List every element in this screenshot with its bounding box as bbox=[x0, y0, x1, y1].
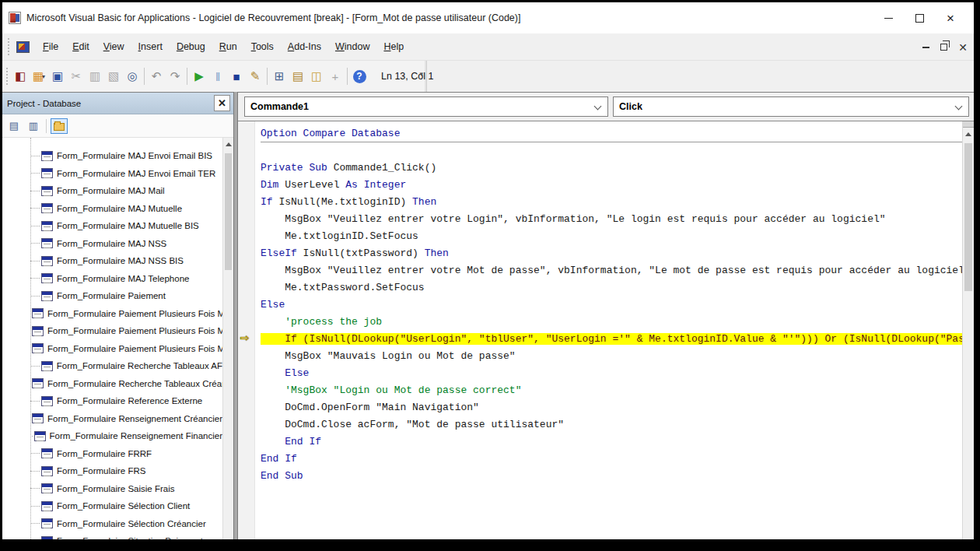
copy-button[interactable]: ▥ bbox=[86, 66, 104, 86]
properties-window-button[interactable]: ▤ bbox=[289, 66, 307, 86]
chevron-down-icon[interactable] bbox=[594, 103, 602, 111]
project-explorer-button[interactable]: ⊞ bbox=[270, 66, 289, 86]
scroll-up-icon[interactable] bbox=[965, 132, 971, 136]
tree-item[interactable]: Form_Formulaire MAJ NSS BIS bbox=[2, 252, 222, 270]
view-microsoft-access-button[interactable]: ◧ bbox=[11, 66, 30, 86]
tree-item[interactable]: Form_Formulaire MAJ Telephone bbox=[2, 270, 222, 288]
code-line[interactable]: Else bbox=[261, 297, 962, 314]
code-editor-scrollbar[interactable] bbox=[962, 121, 974, 539]
find-button[interactable]: ◎ bbox=[123, 66, 142, 86]
reset-button[interactable]: ■ bbox=[227, 66, 246, 86]
run-button[interactable]: ▶ bbox=[190, 66, 208, 86]
mdi-restore-icon[interactable] bbox=[940, 44, 947, 51]
code-line[interactable]: 'MsgBox "Login ou Mot de passe correct" bbox=[261, 382, 962, 399]
design-mode-button[interactable]: ✎ bbox=[246, 66, 264, 86]
code-line[interactable]: Else bbox=[261, 365, 962, 382]
view-code-button[interactable]: ▤ bbox=[5, 118, 23, 134]
menu-item-debug[interactable]: Debug bbox=[170, 37, 212, 56]
code-line[interactable]: MsgBox "Veuillez entrer votre Login", vb… bbox=[261, 211, 962, 228]
chevron-down-icon[interactable] bbox=[955, 103, 963, 111]
tree-item[interactable]: Form_Formulaire Sélection Créancier bbox=[2, 515, 222, 533]
tree-item[interactable]: Form_Formulaire Paiement Plusieurs Fois … bbox=[2, 340, 222, 358]
code-line[interactable]: End If bbox=[261, 433, 962, 451]
menu-item-tools[interactable]: Tools bbox=[244, 37, 281, 56]
object-dropdown[interactable]: Commande1 bbox=[244, 97, 608, 117]
menu-item-file[interactable]: File bbox=[36, 37, 65, 56]
split-handle[interactable] bbox=[963, 121, 974, 128]
tree-item[interactable]: Form_Formulaire Saisie Frais bbox=[2, 480, 222, 498]
project-panel-close-button[interactable]: ✕ bbox=[214, 95, 230, 111]
tree-item[interactable]: Form_Formulaire Recherche Tableaux Créan… bbox=[2, 375, 222, 393]
tree-item[interactable]: Form_Formulaire FRS bbox=[2, 462, 222, 480]
menubar-grip[interactable] bbox=[8, 38, 12, 55]
break-button[interactable]: ‖ bbox=[208, 66, 227, 86]
tree-item[interactable]: Form_Formulaire Paiement Plusieurs Fois … bbox=[2, 305, 222, 323]
code-line[interactable]: If IsNull(Me.txtloginID) Then bbox=[261, 194, 962, 211]
project-tree-scrollbar[interactable] bbox=[222, 138, 233, 539]
code-text[interactable]: Option Compare Database Private Sub Comm… bbox=[256, 121, 962, 539]
code-line[interactable]: End If bbox=[261, 451, 962, 468]
code-line[interactable]: Dim UserLevel As Integer bbox=[261, 177, 962, 194]
tree-item[interactable]: Form_Formulaire Renseignement Créancier bbox=[2, 410, 222, 428]
menu-item-help[interactable]: Help bbox=[376, 37, 411, 56]
toolbox-button[interactable]: + bbox=[326, 66, 345, 86]
toolbar-overflow-button[interactable]: ▾ bbox=[419, 70, 423, 78]
maximize-button[interactable] bbox=[904, 2, 935, 33]
menu-item-run[interactable]: Run bbox=[212, 37, 244, 56]
toggle-folders-button[interactable] bbox=[51, 118, 68, 134]
tree-item[interactable]: Form_Formulaire FRRF bbox=[2, 445, 222, 463]
help-button[interactable]: ? bbox=[350, 66, 369, 86]
code-line[interactable]: DoCmd.Close acForm, "Mot de passe utilis… bbox=[261, 416, 962, 433]
code-line[interactable]: ElseIf IsNull(txtPassword) Then bbox=[261, 245, 962, 262]
menu-item-insert[interactable]: Insert bbox=[131, 37, 170, 56]
menu-item-addins[interactable]: Add-Ins bbox=[281, 37, 328, 56]
insert-userform-button[interactable]: ▦▾ bbox=[30, 66, 48, 86]
form-icon bbox=[32, 413, 44, 423]
code-line[interactable]: Me.txtloginID.SetFocus bbox=[261, 228, 962, 245]
tree-item[interactable]: Form_Formulaire MAJ Mail bbox=[2, 182, 222, 200]
code-line[interactable]: 'process the job bbox=[261, 314, 962, 331]
tree-item[interactable]: Form_Formulaire Situation Paiement bbox=[2, 532, 222, 539]
undo-button[interactable]: ↶ bbox=[147, 66, 166, 86]
procedure-dropdown[interactable]: Click bbox=[613, 97, 969, 117]
tree-item[interactable]: Form_Formulaire MAJ Envoi Email TER bbox=[2, 165, 222, 183]
code-line[interactable]: MsgBox "Mauvais Login ou Mot de passe" bbox=[261, 348, 962, 365]
toolbar-grip[interactable] bbox=[6, 68, 8, 85]
tree-item[interactable]: Form_Formulaire Renseignement Financier bbox=[2, 427, 222, 445]
tree-item[interactable]: Form_Formulaire MAJ Mutuelle bbox=[2, 200, 222, 218]
code-line[interactable]: Private Sub Commande1_Click() bbox=[261, 160, 962, 177]
code-line[interactable]: MsgBox "Veuillez entrer votre Mot de pas… bbox=[261, 262, 962, 279]
tree-scroll-thumb[interactable] bbox=[225, 153, 232, 270]
close-button[interactable]: × bbox=[935, 2, 966, 33]
code-line[interactable]: End Sub bbox=[261, 468, 962, 485]
tree-item[interactable]: Form_Formulaire Reference Externe bbox=[2, 392, 222, 410]
redo-button[interactable]: ↷ bbox=[166, 66, 184, 86]
tree-item[interactable]: Form_Formulaire Recherche Tableaux AF bbox=[2, 357, 222, 375]
tree-item[interactable]: Form_Formulaire MAJ NSS bbox=[2, 235, 222, 253]
minimize-button[interactable] bbox=[873, 2, 904, 33]
dropdown-caret-icon[interactable]: ▾ bbox=[42, 73, 45, 80]
code-line[interactable]: Option Compare Database bbox=[261, 125, 962, 142]
code-line[interactable]: DoCmd.OpenForm "Main Navigation" bbox=[261, 399, 962, 416]
cut-button[interactable]: ✂ bbox=[67, 66, 86, 86]
code-line[interactable]: Me.txtPassword.SetFocus bbox=[261, 279, 962, 297]
code-editor[interactable]: ⇨ Option Compare Database Private Sub Co… bbox=[238, 121, 974, 539]
mdi-close-icon[interactable]: ✕ bbox=[958, 42, 968, 53]
tree-item[interactable]: Form_Formulaire Paiement bbox=[2, 287, 222, 305]
paste-button[interactable]: ▧ bbox=[104, 66, 123, 86]
tree-item[interactable]: Form_Formulaire Paiement Plusieurs Fois … bbox=[2, 322, 222, 340]
object-browser-button[interactable]: ◫ bbox=[307, 66, 326, 86]
menu-item-edit[interactable]: Edit bbox=[65, 37, 96, 56]
tree-item[interactable]: Form_Formulaire Sélection Client bbox=[2, 497, 222, 515]
code-scroll-thumb[interactable] bbox=[964, 143, 972, 291]
menu-item-window[interactable]: Window bbox=[328, 37, 376, 56]
view-object-button[interactable]: ▥ bbox=[25, 118, 42, 134]
tree-item[interactable]: Form_Formulaire MAJ Mutuelle BIS bbox=[2, 217, 222, 235]
tree-item[interactable]: Form_Formulaire MAJ Envoi Email BIS bbox=[2, 147, 222, 165]
scroll-up-icon[interactable] bbox=[226, 142, 232, 146]
mdi-minimize-icon[interactable] bbox=[922, 47, 929, 48]
save-button[interactable]: ▣ bbox=[48, 66, 67, 86]
code-line[interactable] bbox=[261, 142, 962, 160]
menu-item-view[interactable]: View bbox=[96, 37, 131, 56]
code-line[interactable]: If (IsNull(DLookup("UserLogin", "tblUser… bbox=[261, 331, 962, 348]
